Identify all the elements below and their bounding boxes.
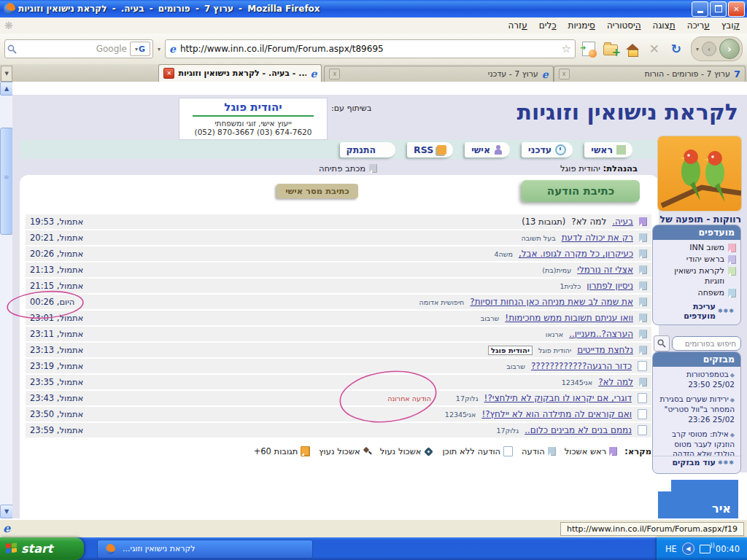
favorite-item[interactable]: בראש יהודי: [657, 254, 736, 264]
start-button[interactable]: start: [0, 537, 84, 560]
favorite-item[interactable]: משוב INN: [657, 243, 736, 252]
menu-item[interactable]: כלים: [539, 20, 557, 31]
favorite-icon: [728, 289, 736, 298]
thread-link[interactable]: את שמה לב שאת מניחה כאן הנחות דוסיות?: [470, 297, 633, 307]
reload-button[interactable]: ↻: [667, 40, 685, 58]
thread-link[interactable]: דוגרי, אם יקראו לו חבקוק לא תילחצי?!: [484, 393, 632, 403]
favorite-icon: [728, 244, 736, 252]
tab-close-icon[interactable]: x: [559, 69, 570, 79]
thread-link[interactable]: וואו עניתם תשובות ממש מחכימות!: [505, 313, 633, 323]
thread-link[interactable]: כעיקרון, כל מקרה לגופו. אבל,: [519, 249, 633, 259]
thread-link[interactable]: בעיה.: [612, 217, 633, 227]
minimize-button[interactable]: [692, 1, 708, 17]
menu-item[interactable]: סימניות: [568, 20, 595, 31]
tab-close-icon[interactable]: ✕: [163, 68, 174, 79]
stop-button[interactable]: ✕: [646, 40, 663, 58]
favorite-icon: [728, 267, 736, 276]
scroll-down-button[interactable]: ▼: [0, 505, 13, 518]
thread-row: רק את יכולה לדעת בעל תשובה אתמול, 20:21: [26, 230, 651, 245]
ad-banner[interactable]: איר: [658, 480, 738, 518]
forward-button[interactable]: ‹: [702, 42, 716, 56]
thread-link[interactable]: נלחצת מדייטים: [577, 345, 633, 355]
news-flash-item[interactable]: ◆בטמפרטורות 23:50 25/02: [659, 370, 735, 389]
taskbar-task-firefox[interactable]: לקראת נישואין וזוגי...: [97, 540, 313, 559]
forum-nav-button[interactable]: התנתק: [340, 142, 396, 158]
news-flash-item[interactable]: ◆אילת: מטוסי קרב הוזנקו לעבר מטוס הולנדי…: [659, 429, 735, 456]
thread-panel: כתיבת הודעה כתיבת מסר אישי בעיה. למה לא?…: [20, 175, 659, 518]
forum-search-input[interactable]: חיפוש בפורומים: [672, 336, 741, 351]
thread-link[interactable]: למה לא?: [598, 377, 633, 387]
thread-link[interactable]: ניסיון לפתרון: [587, 281, 633, 291]
home-button[interactable]: [624, 40, 641, 58]
open-in-ie-button[interactable]: [580, 40, 597, 58]
write-private-message-button[interactable]: כתיבת מסר אישי: [276, 184, 358, 198]
bullet-icon: ◆: [730, 397, 735, 403]
urlbar-dropdown-icon[interactable]: ▾: [158, 46, 160, 52]
tab-list-dropdown[interactable]: ▼: [1, 66, 12, 82]
thread-time: היום, 00:26: [30, 297, 74, 307]
tab-current[interactable]: ✕ לקראת נישואין וזוגיות - בעיה. - פו... …: [158, 64, 322, 82]
legend-item: ראש אשכול: [565, 446, 618, 456]
new-folder-button[interactable]: [602, 40, 619, 58]
thread-link[interactable]: רק את יכולה לדעת: [562, 233, 633, 243]
forum-nav-button[interactable]: ראשי: [584, 142, 632, 158]
scrollbar-thumb[interactable]: [0, 128, 13, 235]
thread-link[interactable]: ואם קוראים לה מתילדה הוא לא יילחץ?!: [481, 409, 632, 419]
thread-link[interactable]: הערצה?..מעניין..: [569, 329, 633, 339]
hide-icons-button[interactable]: ◀: [682, 542, 694, 555]
restore-button[interactable]: [710, 1, 727, 17]
thread-author: שרבוב: [481, 314, 500, 322]
tab-title: לקראת נישואין וזוגיות - בעיה. - פו...: [178, 69, 306, 78]
vertical-scrollbar[interactable]: ▲ ▼: [0, 82, 13, 518]
menu-item[interactable]: עזרה: [508, 20, 527, 31]
menu-item[interactable]: עריכה: [687, 20, 710, 31]
tab-horut[interactable]: x הורות - פורומים - ערוץ 7 7: [554, 66, 746, 82]
thread-link[interactable]: נממם בנים לא מבינים כלום..: [525, 425, 632, 435]
scroll-up-button[interactable]: ▲: [0, 82, 13, 96]
legend-icon: [609, 447, 617, 456]
tab-adkani[interactable]: x עדכני - ערוץ 7 e: [324, 66, 553, 82]
menu-item[interactable]: תצוגה: [653, 20, 676, 31]
thread-time: אתמול, 23:01: [30, 313, 83, 323]
history-dropdown-icon[interactable]: ▾: [696, 46, 699, 52]
search-engine-button[interactable]: ▾G: [130, 42, 150, 56]
url-text[interactable]: http://www.inn.co.il/Forum/Forum.aspx/t8…: [180, 44, 557, 54]
bullet-icon: ◆: [730, 432, 735, 438]
opening-letter-link[interactable]: מכתב פתיחה: [319, 163, 377, 174]
edit-favorites-link[interactable]: ✱✱✱ עריכת מועדפים: [653, 301, 740, 324]
lovebirds-image[interactable]: [658, 136, 741, 211]
forum-nav-button[interactable]: RSS: [407, 142, 453, 158]
sponsor-phone: (052) 870-3667 (03) 674-7620: [179, 128, 327, 136]
thread-row: כדור הרגעה???????????? שרבוב אתמול, 23:1…: [26, 359, 651, 373]
thread-icon: [639, 281, 647, 290]
thread-list: בעיה. למה לא? (13 תגובות) אתמול, 19:53 ר…: [26, 214, 651, 439]
forum-search-button[interactable]: [654, 335, 670, 351]
chevrons-icon: ✱✱✱: [718, 308, 735, 314]
back-button[interactable]: ›: [719, 39, 740, 59]
thread-link[interactable]: כדור הרגעה????????????: [531, 361, 632, 371]
news-flash-header: מבזקים: [653, 352, 740, 367]
forum-nav-button[interactable]: אישי: [465, 142, 510, 158]
forum-nav-button[interactable]: עדכני: [522, 142, 573, 158]
thread-link[interactable]: אצלי זה נורמלי: [577, 265, 633, 275]
write-message-button[interactable]: כתיבת הודעה: [522, 180, 640, 202]
search-input[interactable]: Google ▾G: [4, 39, 153, 58]
close-button[interactable]: ✕: [728, 1, 745, 17]
thread-row: כעיקרון, כל מקרה לגופו. אבל, משה4 אתמול,…: [26, 246, 651, 261]
favorite-item[interactable]: לקראת נישואין וזוגיות: [657, 266, 736, 285]
menu-item[interactable]: קובץ: [721, 20, 740, 31]
tab-close-icon[interactable]: x: [329, 69, 340, 79]
thread-icon: [639, 298, 647, 306]
network-icon[interactable]: [700, 545, 711, 553]
url-bar[interactable]: e http://www.inn.co.il/Forum/Forum.aspx/…: [165, 39, 576, 58]
news-flash-item[interactable]: ◆ירידות שערים בסגירת המסחר ב"וול סטריט" …: [659, 394, 735, 424]
favorite-item[interactable]: משפחה: [657, 288, 736, 298]
sponsor-box[interactable]: יהודית פוגל ייעוץ אישי, זוגי ומשפחתי (05…: [179, 98, 328, 140]
thread-time: אתמול, 21:13: [30, 265, 83, 275]
tab-favicon: e: [310, 69, 317, 79]
thread-author: גלוק17: [496, 427, 519, 435]
menu-item[interactable]: היסטוריה: [607, 20, 641, 31]
language-indicator[interactable]: HE: [665, 544, 677, 554]
more-news-link[interactable]: ✱✱✱ עוד מבזקים: [653, 456, 740, 470]
bookmark-star-icon[interactable]: ☆: [562, 42, 571, 55]
